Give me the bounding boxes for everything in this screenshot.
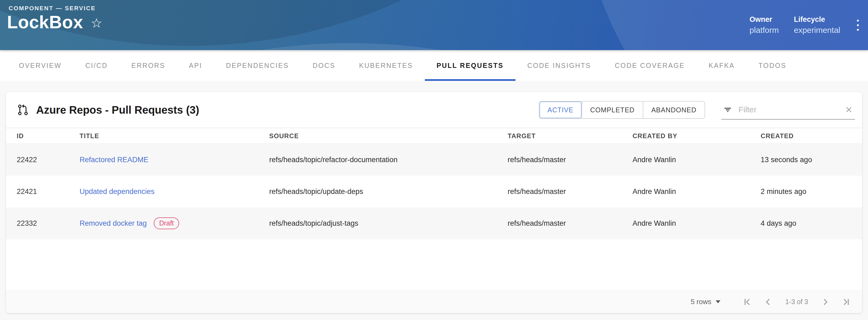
card-title: Azure Repos - Pull Requests (3)	[36, 104, 199, 116]
pr-id: 22422	[17, 156, 80, 164]
tab-dependencies[interactable]: DEPENDENCIES	[214, 50, 301, 81]
column-header-created-by: CREATED BY	[632, 132, 761, 140]
pr-state-button-group: ACTIVE COMPLETED ABANDONED	[539, 101, 705, 119]
column-header-created: CREATED	[761, 132, 862, 140]
pr-created-time: 2 minutes ago	[761, 187, 862, 196]
pr-id: 22332	[17, 219, 80, 227]
pr-title-link[interactable]: Updated dependencies	[80, 187, 155, 196]
owner-meta: Owner platform	[750, 15, 779, 35]
tab-code-coverage[interactable]: CODE COVERAGE	[603, 50, 697, 81]
tab-ci-cd[interactable]: CI/CD	[73, 50, 120, 81]
pagination-range: 1-3 of 3	[785, 298, 808, 306]
lifecycle-value: experimental	[794, 26, 840, 35]
entity-header: COMPONENT — SERVICE LockBox ☆ Owner plat…	[0, 0, 868, 50]
table-empty-space	[6, 239, 862, 290]
owner-value: platform	[750, 26, 779, 35]
lifecycle-label: Lifecycle	[794, 15, 840, 24]
pr-target-branch: refs/heads/master	[508, 219, 632, 227]
column-header-id: ID	[17, 132, 80, 140]
pull-requests-card: Azure Repos - Pull Requests (3) ACTIVE C…	[6, 92, 862, 313]
pr-created-by: Andre Wanlin	[632, 187, 761, 196]
pull-request-icon	[17, 104, 29, 116]
table-row: 22421 Updated dependencies refs/heads/to…	[6, 176, 862, 207]
pr-target-branch: refs/heads/master	[508, 156, 632, 164]
page-content: Azure Repos - Pull Requests (3) ACTIVE C…	[0, 81, 868, 313]
pr-source-branch: refs/heads/topic/update-deps	[269, 187, 508, 196]
table-header-row: ID TITLE SOURCE TARGET CREATED BY CREATE…	[6, 128, 862, 144]
table-row: 22332 Removed docker tag Draft refs/head…	[6, 207, 862, 239]
table-pagination-bar: 5 rows 1-3 of 3	[6, 290, 862, 313]
filter-list-icon	[723, 105, 733, 114]
pr-created-time: 4 days ago	[761, 219, 862, 227]
draft-badge: Draft	[154, 217, 179, 229]
entity-tab-bar: OVERVIEW CI/CD ERRORS API DEPENDENCIES D…	[0, 50, 868, 81]
filter-input[interactable]	[739, 105, 838, 114]
pr-created-by: Andre Wanlin	[632, 219, 761, 227]
chevron-down-icon	[716, 300, 720, 303]
tab-overview[interactable]: OVERVIEW	[7, 50, 73, 81]
tab-code-insights[interactable]: CODE INSIGHTS	[516, 50, 603, 81]
filter-field	[721, 100, 855, 119]
pr-target-branch: refs/heads/master	[508, 187, 632, 196]
owner-label: Owner	[750, 15, 779, 24]
column-header-title: TITLE	[80, 132, 269, 140]
tab-kafka[interactable]: KAFKA	[697, 50, 747, 81]
last-page-button[interactable]	[836, 291, 857, 313]
tab-docs[interactable]: DOCS	[301, 50, 347, 81]
pr-source-branch: refs/heads/topic/adjust-tags	[269, 219, 508, 227]
tab-kubernetes[interactable]: KUBERNETES	[347, 50, 425, 81]
first-page-button[interactable]	[737, 291, 758, 313]
pr-title-link[interactable]: Refactored README	[80, 156, 148, 164]
page-title: LockBox	[7, 12, 83, 32]
tab-errors[interactable]: ERRORS	[120, 50, 177, 81]
breadcrumb: COMPONENT — SERVICE	[9, 5, 96, 12]
rows-per-page-select[interactable]: 5 rows	[691, 298, 721, 306]
pr-title-link[interactable]: Removed docker tag	[80, 219, 147, 227]
pr-id: 22421	[17, 187, 80, 196]
pr-created-by: Andre Wanlin	[632, 156, 761, 164]
tab-pull-requests[interactable]: PULL REQUESTS	[425, 50, 516, 81]
rows-per-page-value: 5 rows	[691, 298, 712, 306]
favorite-star-icon[interactable]: ☆	[91, 14, 102, 30]
tab-todos[interactable]: TODOS	[747, 50, 798, 81]
tab-api[interactable]: API	[177, 50, 214, 81]
kebab-menu-icon[interactable]	[855, 17, 861, 33]
completed-filter-button[interactable]: COMPLETED	[582, 102, 643, 118]
pr-source-branch: refs/heads/topic/refactor-documentation	[269, 156, 508, 164]
column-header-target: TARGET	[508, 132, 632, 140]
clear-filter-icon[interactable]	[844, 105, 854, 114]
active-filter-button[interactable]: ACTIVE	[539, 102, 582, 118]
table-row: 22422 Refactored README refs/heads/topic…	[6, 144, 862, 176]
abandoned-filter-button[interactable]: ABANDONED	[643, 102, 705, 118]
column-header-source: SOURCE	[269, 132, 508, 140]
previous-page-button[interactable]	[758, 291, 779, 313]
lifecycle-meta: Lifecycle experimental	[794, 15, 840, 35]
pr-created-time: 13 seconds ago	[761, 156, 862, 164]
next-page-button[interactable]	[815, 291, 836, 313]
